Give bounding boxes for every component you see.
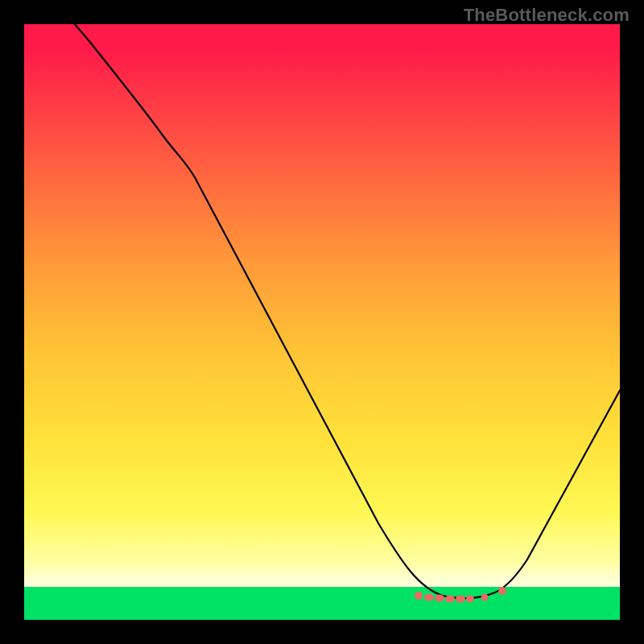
curve-marker: [424, 594, 434, 601]
curve-marker: [456, 596, 465, 603]
curve-marker: [498, 587, 506, 595]
curve-marker: [445, 596, 455, 603]
chart-inner: [24, 24, 620, 620]
curve-marker: [415, 592, 423, 600]
chart-area: [24, 24, 620, 620]
curve-marker: [466, 596, 474, 603]
curve-marker: [435, 595, 444, 602]
curve-marker: [481, 594, 489, 601]
chart-curve-path: [54, 24, 620, 598]
watermark-text: TheBottleneck.com: [464, 5, 630, 26]
chart-curve-svg: [24, 24, 620, 620]
